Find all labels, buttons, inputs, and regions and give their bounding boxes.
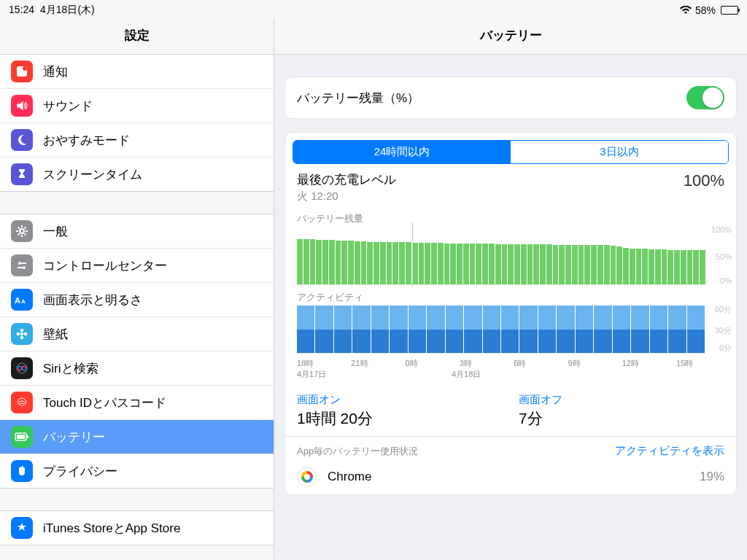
screen-off-value: 7分 — [519, 408, 562, 429]
y-label: 30分 — [715, 325, 732, 336]
app-usage-row[interactable]: Chrome 19% — [285, 462, 736, 494]
screen-on-label: 画面オン — [297, 393, 373, 407]
sidebar-item-control-center[interactable]: コントロールセンター — [0, 249, 274, 283]
sidebar-item-label: スクリーンタイム — [43, 166, 263, 183]
settings-sidebar: 設定 通知 サウンド — [0, 18, 274, 560]
svg-point-1 — [23, 66, 27, 71]
sidebar-item-general[interactable]: 一般 — [0, 214, 274, 249]
sidebar-item-display[interactable]: AA 画面表示と明るさ — [0, 283, 274, 317]
sidebar-item-label: iTunes StoreとApp Store — [43, 520, 263, 537]
sidebar-item-label: 一般 — [43, 223, 263, 240]
status-date: 4月18日(木) — [40, 4, 95, 17]
battery-usage-card: 24時間以内 3日以内 最後の充電レベル 火 12:20 100% バッテリー残… — [285, 132, 737, 495]
y-label: 100% — [711, 225, 732, 234]
y-label: 0分 — [719, 343, 732, 354]
wifi-icon — [680, 6, 692, 15]
sidebar-item-screentime[interactable]: スクリーンタイム — [0, 158, 274, 191]
moon-icon — [11, 129, 33, 151]
appstore-icon — [11, 517, 33, 539]
svg-point-3 — [18, 262, 21, 265]
svg-rect-4 — [21, 262, 26, 264]
gear-icon — [11, 220, 33, 242]
sidebar-item-privacy[interactable]: プライバシー — [0, 454, 274, 488]
svg-point-13 — [24, 332, 28, 336]
text-size-icon: AA — [11, 289, 33, 311]
battery-detail-pane: バッテリー バッテリー残量（%） 24時間以内 3日以内 最後の充電レベル 火 … — [274, 18, 747, 560]
activity-chart-caption: アクティビティ — [285, 287, 736, 306]
battery-icon — [11, 426, 33, 448]
time-range-segmented[interactable]: 24時間以内 3日以内 — [293, 140, 729, 164]
battery-percent-toggle[interactable] — [686, 86, 724, 109]
flower-icon — [11, 323, 33, 345]
svg-point-10 — [20, 329, 24, 332]
status-bar: 15:24 4月18日(木) 58% — [0, 0, 747, 18]
sidebar-item-notifications[interactable]: 通知 — [0, 55, 274, 89]
sidebar-item-label: プライバシー — [43, 463, 263, 480]
fingerprint-icon — [11, 392, 33, 413]
app-name: Chrome — [328, 470, 700, 484]
status-battery-pct: 58% — [695, 4, 716, 16]
svg-point-11 — [20, 336, 24, 340]
sidebar-item-wallpaper[interactable]: 壁紙 — [0, 317, 274, 351]
tab-24h[interactable]: 24時間以内 — [293, 141, 511, 163]
hand-icon — [11, 460, 33, 482]
svg-point-9 — [20, 332, 23, 335]
x-axis-hours: 18時21時0時3時6時9時12時15時 — [285, 355, 736, 369]
siri-icon — [11, 357, 33, 379]
sidebar-item-label: コントロールセンター — [43, 257, 263, 274]
tab-3d[interactable]: 3日以内 — [511, 141, 728, 163]
sidebar-item-itunes[interactable]: iTunes StoreとApp Store — [0, 511, 274, 545]
last-charge-value: 100% — [684, 171, 724, 190]
sidebar-item-label: バッテリー — [43, 429, 263, 446]
screen-on-value: 1時間 20分 — [297, 408, 373, 429]
sound-icon — [11, 95, 33, 117]
last-charge-label: 最後の充電レベル — [297, 171, 396, 188]
per-app-header: App毎のバッテリー使用状況 — [297, 445, 418, 458]
svg-point-2 — [20, 229, 24, 233]
battery-chart-caption: バッテリー残量 — [285, 208, 736, 227]
show-activity-button[interactable]: アクティビティを表示 — [615, 444, 724, 458]
usage-summary: 画面オン 1時間 20分 画面オフ 7分 — [285, 386, 736, 436]
svg-text:A: A — [15, 296, 20, 305]
svg-rect-16 — [17, 435, 25, 439]
battery-level-chart[interactable] — [297, 227, 705, 285]
screen-off-label: 画面オフ — [519, 393, 562, 407]
svg-rect-6 — [18, 267, 23, 268]
sidebar-item-label: 通知 — [43, 63, 263, 80]
sidebar-item-dnd[interactable]: おやすみモード — [0, 123, 274, 158]
battery-icon — [719, 6, 738, 15]
notifications-icon — [11, 61, 33, 82]
last-charge-time: 火 12:20 — [297, 190, 396, 203]
page-title: バッテリー — [274, 18, 747, 55]
hourglass-icon — [11, 163, 33, 185]
battery-percent-card: バッテリー残量（%） — [285, 77, 737, 119]
svg-text:A: A — [21, 298, 26, 305]
sidebar-item-label: Touch IDとパスコード — [43, 394, 263, 411]
sliders-icon — [11, 254, 33, 276]
sidebar-item-label: 壁紙 — [43, 326, 263, 343]
x-date: 4月18日 — [452, 369, 539, 380]
x-axis-dates: 4月17日 4月18日 — [285, 369, 736, 386]
app-pct: 19% — [700, 470, 724, 484]
sidebar-title: 設定 — [0, 18, 274, 55]
svg-point-5 — [23, 266, 26, 269]
sidebar-item-touchid[interactable]: Touch IDとパスコード — [0, 386, 274, 420]
svg-rect-17 — [27, 435, 28, 438]
status-time: 15:24 — [9, 4, 34, 17]
y-label: 60分 — [715, 304, 732, 315]
y-label: 0% — [720, 276, 732, 285]
chrome-icon — [297, 467, 317, 487]
sidebar-list[interactable]: 通知 サウンド おやすみモード — [0, 55, 274, 560]
battery-percent-label: バッテリー残量（%） — [297, 90, 419, 106]
y-label: 50% — [716, 252, 732, 261]
activity-chart[interactable] — [297, 306, 705, 354]
svg-point-12 — [17, 332, 20, 336]
sidebar-item-label: おやすみモード — [43, 132, 263, 149]
sidebar-item-label: Siriと検索 — [43, 360, 263, 377]
sidebar-item-battery[interactable]: バッテリー — [0, 420, 274, 454]
sidebar-item-siri[interactable]: Siriと検索 — [0, 351, 274, 386]
sidebar-item-label: サウンド — [43, 98, 263, 114]
sidebar-item-sound[interactable]: サウンド — [0, 89, 274, 123]
sidebar-item-label: 画面表示と明るさ — [43, 292, 263, 308]
x-date: 4月17日 — [297, 369, 384, 380]
